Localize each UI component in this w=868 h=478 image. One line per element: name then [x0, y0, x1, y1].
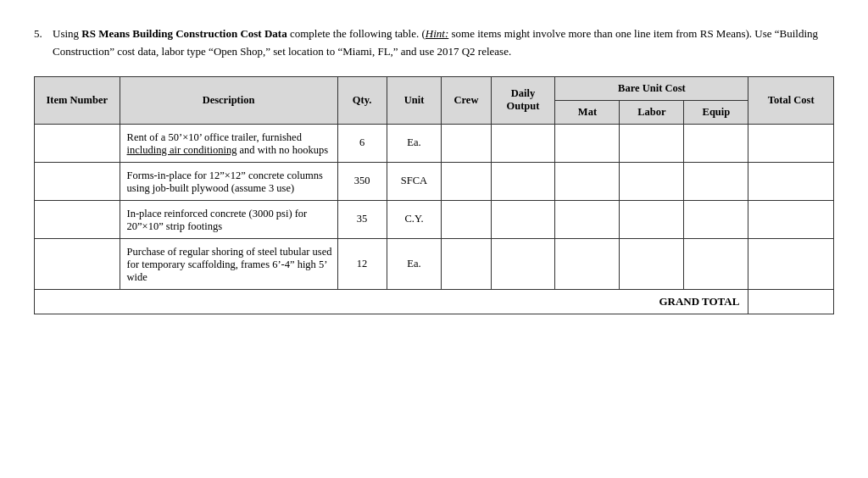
- crew-cell: [442, 162, 491, 200]
- mat-cell: [555, 200, 620, 238]
- unit-cell: SFCA: [387, 162, 442, 200]
- grand-total-value: [748, 289, 834, 314]
- crew-cell: [442, 200, 491, 238]
- total-cost-cell: [748, 238, 834, 289]
- labor-cell: [620, 124, 684, 162]
- equip-cell: [684, 200, 748, 238]
- equip-cell: [684, 124, 748, 162]
- table-row: Rent of a 50’×10’ office trailer, furnis…: [35, 124, 834, 162]
- description-header: Description: [120, 76, 337, 124]
- crew-cell: [442, 124, 491, 162]
- bare-unit-cost-header: Bare Unit Cost: [555, 76, 748, 100]
- equip-header: Equip: [684, 100, 748, 124]
- mat-cell: [555, 162, 620, 200]
- labor-header: Labor: [620, 100, 684, 124]
- grand-total-label: GRAND TOTAL: [35, 289, 748, 314]
- mat-cell: [555, 124, 620, 162]
- hint-label: Hint:: [426, 27, 448, 40]
- qty-cell: 35: [337, 200, 387, 238]
- daily-output-cell: [491, 124, 555, 162]
- item-number-cell: [35, 124, 120, 162]
- crew-cell: [442, 238, 491, 289]
- total-cost-cell: [748, 200, 834, 238]
- item-number-cell: [35, 200, 120, 238]
- description-cell: In-place reinforced concrete (3000 psi) …: [120, 200, 337, 238]
- description-cell: Rent of a 50’×10’ office trailer, furnis…: [120, 124, 337, 162]
- question-text: Using RS Means Building Construction Cos…: [53, 25, 834, 61]
- bold-text: RS Means Building Construction Cost Data: [81, 27, 287, 40]
- item-number-cell: [35, 162, 120, 200]
- unit-cell: C.Y.: [387, 200, 442, 238]
- unit-cell: Ea.: [387, 124, 442, 162]
- total-cost-header: Total Cost: [748, 76, 834, 124]
- qty-cell: 350: [337, 162, 387, 200]
- mat-header: Mat: [555, 100, 620, 124]
- daily-output-header: Daily Output: [491, 76, 555, 124]
- mat-cell: [555, 238, 620, 289]
- cost-table: Item Number Description Qty. Unit Crew D…: [34, 76, 834, 314]
- total-cost-cell: [748, 162, 834, 200]
- labor-cell: [620, 238, 684, 289]
- labor-cell: [620, 162, 684, 200]
- table-row: Forms-in-place for 12”×12” concrete colu…: [35, 162, 834, 200]
- qty-header: Qty.: [337, 76, 387, 124]
- daily-output-cell: [491, 162, 555, 200]
- description-cell: Purchase of regular shoring of steel tub…: [120, 238, 337, 289]
- table-row: In-place reinforced concrete (3000 psi) …: [35, 200, 834, 238]
- question-number: 5.: [34, 25, 42, 42]
- unit-cell: Ea.: [387, 238, 442, 289]
- table-row: Purchase of regular shoring of steel tub…: [35, 238, 834, 289]
- grand-total-row: GRAND TOTAL: [35, 289, 834, 314]
- daily-output-cell: [491, 200, 555, 238]
- equip-cell: [684, 238, 748, 289]
- item-number-header: Item Number: [35, 76, 120, 124]
- item-number-cell: [35, 238, 120, 289]
- header-row-1: Item Number Description Qty. Unit Crew D…: [35, 76, 834, 100]
- unit-header: Unit: [387, 76, 442, 124]
- labor-cell: [620, 200, 684, 238]
- qty-cell: 6: [337, 124, 387, 162]
- equip-cell: [684, 162, 748, 200]
- question-header: 5. Using RS Means Building Construction …: [34, 25, 834, 61]
- daily-output-cell: [491, 238, 555, 289]
- total-cost-cell: [748, 124, 834, 162]
- qty-cell: 12: [337, 238, 387, 289]
- description-cell: Forms-in-place for 12”×12” concrete colu…: [120, 162, 337, 200]
- crew-header: Crew: [442, 76, 491, 124]
